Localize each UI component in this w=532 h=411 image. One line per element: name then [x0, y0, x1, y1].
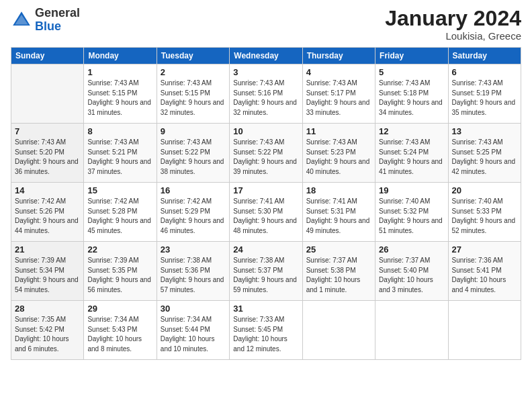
day-info: Sunrise: 7:42 AMSunset: 5:28 PMDaylight:… [87, 197, 152, 236]
calendar-cell [448, 301, 521, 360]
logo-blue: Blue [35, 19, 61, 33]
calendar-cell: 19Sunrise: 7:40 AMSunset: 5:32 PMDayligh… [375, 183, 448, 242]
calendar-cell: 13Sunrise: 7:43 AMSunset: 5:25 PMDayligh… [448, 124, 521, 183]
day-info: Sunrise: 7:36 AMSunset: 5:41 PMDaylight:… [452, 256, 517, 295]
day-number: 5 [379, 67, 444, 77]
page: General Blue January 2024 Loukisia, Gree… [0, 0, 532, 411]
day-number: 1 [87, 67, 152, 77]
weekday-header-wednesday: Wednesday [230, 48, 302, 64]
day-info: Sunrise: 7:43 AMSunset: 5:23 PMDaylight:… [306, 138, 371, 177]
calendar-cell: 28Sunrise: 7:35 AMSunset: 5:42 PMDayligh… [11, 301, 84, 360]
day-info: Sunrise: 7:43 AMSunset: 5:19 PMDaylight:… [452, 79, 517, 118]
calendar-week-row: 14Sunrise: 7:42 AMSunset: 5:26 PMDayligh… [11, 183, 521, 242]
day-number: 28 [15, 304, 80, 314]
calendar-cell: 20Sunrise: 7:40 AMSunset: 5:33 PMDayligh… [448, 183, 521, 242]
location-subtitle: Loukisia, Greece [385, 30, 521, 42]
calendar-week-row: 7Sunrise: 7:43 AMSunset: 5:20 PMDaylight… [11, 124, 521, 183]
calendar-cell: 25Sunrise: 7:37 AMSunset: 5:38 PMDayligh… [302, 242, 375, 301]
day-number: 21 [15, 244, 80, 255]
weekday-header-saturday: Saturday [448, 48, 521, 64]
weekday-header-thursday: Thursday [302, 48, 375, 64]
logo-icon [11, 9, 32, 31]
day-number: 27 [452, 244, 517, 255]
day-info: Sunrise: 7:43 AMSunset: 5:22 PMDaylight:… [161, 138, 226, 177]
day-number: 31 [233, 304, 298, 314]
calendar-cell: 11Sunrise: 7:43 AMSunset: 5:23 PMDayligh… [302, 124, 375, 183]
day-info: Sunrise: 7:34 AMSunset: 5:44 PMDaylight:… [161, 315, 226, 354]
day-number: 23 [161, 244, 226, 255]
day-number: 10 [233, 126, 298, 136]
calendar-cell: 31Sunrise: 7:33 AMSunset: 5:45 PMDayligh… [230, 301, 302, 360]
day-info: Sunrise: 7:43 AMSunset: 5:21 PMDaylight:… [87, 138, 152, 177]
calendar-cell: 21Sunrise: 7:39 AMSunset: 5:34 PMDayligh… [11, 242, 84, 301]
calendar-cell: 23Sunrise: 7:38 AMSunset: 5:36 PMDayligh… [157, 242, 229, 301]
calendar-week-row: 1Sunrise: 7:43 AMSunset: 5:15 PMDaylight… [11, 64, 521, 124]
day-info: Sunrise: 7:40 AMSunset: 5:33 PMDaylight:… [452, 197, 517, 236]
weekday-header-tuesday: Tuesday [157, 48, 229, 64]
weekday-header-monday: Monday [84, 48, 157, 64]
day-number: 24 [233, 244, 298, 255]
calendar-cell: 27Sunrise: 7:36 AMSunset: 5:41 PMDayligh… [448, 242, 521, 301]
day-info: Sunrise: 7:43 AMSunset: 5:15 PMDaylight:… [161, 79, 226, 118]
day-number: 3 [233, 67, 298, 77]
calendar-cell: 1Sunrise: 7:43 AMSunset: 5:15 PMDaylight… [84, 64, 157, 124]
calendar-table: SundayMondayTuesdayWednesdayThursdayFrid… [11, 47, 521, 360]
day-info: Sunrise: 7:43 AMSunset: 5:15 PMDaylight:… [87, 79, 152, 118]
calendar-cell: 24Sunrise: 7:38 AMSunset: 5:37 PMDayligh… [230, 242, 302, 301]
day-info: Sunrise: 7:43 AMSunset: 5:20 PMDaylight:… [15, 138, 80, 177]
day-number: 6 [452, 67, 517, 77]
calendar-cell: 6Sunrise: 7:43 AMSunset: 5:19 PMDaylight… [448, 64, 521, 124]
day-number: 26 [379, 244, 444, 255]
day-info: Sunrise: 7:38 AMSunset: 5:37 PMDaylight:… [233, 256, 298, 295]
day-info: Sunrise: 7:41 AMSunset: 5:30 PMDaylight:… [233, 197, 298, 236]
calendar-cell: 7Sunrise: 7:43 AMSunset: 5:20 PMDaylight… [11, 124, 84, 183]
header: General Blue January 2024 Loukisia, Gree… [11, 7, 521, 42]
month-title: January 2024 [385, 7, 521, 30]
calendar-cell: 26Sunrise: 7:37 AMSunset: 5:40 PMDayligh… [375, 242, 448, 301]
calendar-cell [375, 301, 448, 360]
day-number: 15 [87, 185, 152, 195]
day-info: Sunrise: 7:33 AMSunset: 5:45 PMDaylight:… [233, 315, 298, 354]
day-number: 2 [161, 67, 226, 77]
day-info: Sunrise: 7:43 AMSunset: 5:17 PMDaylight:… [306, 79, 371, 118]
weekday-header-sunday: Sunday [11, 48, 84, 64]
calendar-week-row: 28Sunrise: 7:35 AMSunset: 5:42 PMDayligh… [11, 301, 521, 360]
day-info: Sunrise: 7:34 AMSunset: 5:43 PMDaylight:… [87, 315, 152, 354]
weekday-header-row: SundayMondayTuesdayWednesdayThursdayFrid… [11, 48, 521, 64]
day-number: 16 [161, 185, 226, 195]
title-area: January 2024 Loukisia, Greece [385, 7, 521, 42]
day-number: 18 [306, 185, 371, 195]
calendar-cell: 30Sunrise: 7:34 AMSunset: 5:44 PMDayligh… [157, 301, 229, 360]
day-number: 4 [306, 67, 371, 77]
calendar-cell: 8Sunrise: 7:43 AMSunset: 5:21 PMDaylight… [84, 124, 157, 183]
calendar-cell: 2Sunrise: 7:43 AMSunset: 5:15 PMDaylight… [157, 64, 229, 124]
day-info: Sunrise: 7:39 AMSunset: 5:34 PMDaylight:… [15, 256, 80, 295]
calendar-cell: 14Sunrise: 7:42 AMSunset: 5:26 PMDayligh… [11, 183, 84, 242]
day-number: 20 [452, 185, 517, 195]
day-info: Sunrise: 7:35 AMSunset: 5:42 PMDaylight:… [15, 315, 80, 354]
day-info: Sunrise: 7:42 AMSunset: 5:29 PMDaylight:… [161, 197, 226, 236]
day-info: Sunrise: 7:43 AMSunset: 5:16 PMDaylight:… [233, 79, 298, 118]
weekday-header-friday: Friday [375, 48, 448, 64]
calendar-cell: 22Sunrise: 7:39 AMSunset: 5:35 PMDayligh… [84, 242, 157, 301]
day-info: Sunrise: 7:42 AMSunset: 5:26 PMDaylight:… [15, 197, 80, 236]
day-info: Sunrise: 7:38 AMSunset: 5:36 PMDaylight:… [161, 256, 226, 295]
day-number: 25 [306, 244, 371, 255]
day-info: Sunrise: 7:43 AMSunset: 5:18 PMDaylight:… [379, 79, 444, 118]
day-number: 19 [379, 185, 444, 195]
calendar-cell: 10Sunrise: 7:43 AMSunset: 5:22 PMDayligh… [230, 124, 302, 183]
day-info: Sunrise: 7:40 AMSunset: 5:32 PMDaylight:… [379, 197, 444, 236]
calendar-cell: 16Sunrise: 7:42 AMSunset: 5:29 PMDayligh… [157, 183, 229, 242]
day-number: 22 [87, 244, 152, 255]
day-number: 30 [161, 304, 226, 314]
calendar-week-row: 21Sunrise: 7:39 AMSunset: 5:34 PMDayligh… [11, 242, 521, 301]
calendar-cell [302, 301, 375, 360]
day-number: 29 [87, 304, 152, 314]
calendar-cell: 3Sunrise: 7:43 AMSunset: 5:16 PMDaylight… [230, 64, 302, 124]
day-number: 7 [15, 126, 80, 136]
calendar-cell [11, 64, 84, 124]
day-number: 13 [452, 126, 517, 136]
logo: General Blue [11, 7, 80, 34]
calendar-cell: 5Sunrise: 7:43 AMSunset: 5:18 PMDaylight… [375, 64, 448, 124]
day-info: Sunrise: 7:37 AMSunset: 5:40 PMDaylight:… [379, 256, 444, 295]
